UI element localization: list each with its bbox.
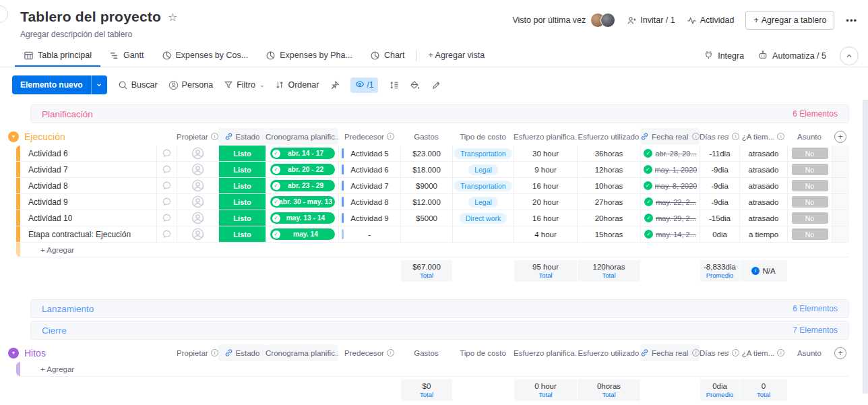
asunto-cell[interactable]: No bbox=[787, 146, 832, 161]
esfuerzo-planificado-cell[interactable]: 4 hour bbox=[514, 226, 577, 242]
vertical-scrollbar[interactable] bbox=[863, 100, 868, 394]
a-tiempo-cell[interactable]: a tiempo bbox=[739, 226, 787, 242]
gastos-cell[interactable]: $9000 bbox=[400, 178, 452, 193]
automate-button[interactable]: Automatiza / 5 bbox=[757, 50, 826, 62]
item-name-cell[interactable]: Etapa contractual: Ejecución bbox=[20, 226, 156, 242]
owner-cell[interactable] bbox=[177, 178, 218, 193]
esfuerzo-planificado-cell[interactable]: 16 hour bbox=[514, 178, 577, 193]
tipo-de-costo-cell[interactable] bbox=[452, 226, 514, 242]
item-name-cell[interactable]: Actividad 6 bbox=[20, 146, 156, 161]
view-tab-tabla-principal[interactable]: Tabla principal bbox=[15, 45, 100, 67]
pin-button[interactable] bbox=[330, 80, 340, 90]
add-column-button[interactable]: + bbox=[834, 131, 846, 143]
add-item-label[interactable]: + Agregar bbox=[20, 246, 74, 254]
column-header-prop[interactable]: Propietarioi bbox=[177, 128, 218, 145]
column-header-dias[interactable]: Días resta...i bbox=[700, 128, 739, 145]
tipo-de-costo-cell[interactable]: Transportation bbox=[452, 178, 514, 193]
view-tab-expenses-by-pha[interactable]: Expenses by Pha... bbox=[257, 45, 361, 67]
new-item-button[interactable]: Elemento nuevo bbox=[12, 75, 107, 94]
status-cell[interactable]: Listo bbox=[218, 162, 266, 177]
asunto-cell[interactable]: No bbox=[787, 210, 832, 226]
column-header-tipo[interactable]: Tipo de costo bbox=[452, 344, 514, 361]
column-header-dias[interactable]: Días resta...i bbox=[700, 344, 739, 361]
column-header-crono[interactable]: Cronograma planific... bbox=[266, 344, 338, 361]
column-header-estado[interactable]: Estado bbox=[218, 128, 266, 145]
column-header-prop[interactable]: Propietarioi bbox=[177, 344, 218, 361]
open-conversation-button[interactable] bbox=[156, 226, 177, 242]
view-tab-expenses-by-cos[interactable]: Expenses by Cos... bbox=[153, 45, 257, 67]
board-description[interactable]: Agregar descripción del tablero bbox=[20, 30, 855, 39]
asunto-cell[interactable]: No bbox=[787, 162, 832, 177]
open-conversation-button[interactable] bbox=[156, 178, 177, 193]
column-header-esfp[interactable]: Esfuerzo planifica... bbox=[514, 344, 577, 361]
column-header-pred[interactable]: Predecesori bbox=[338, 128, 400, 145]
collapse-header-button[interactable] bbox=[840, 46, 859, 65]
asunto-no-button[interactable]: No bbox=[792, 212, 828, 224]
column-header-asunto[interactable]: Asunto bbox=[787, 128, 832, 145]
add-item-row[interactable]: + Agregar bbox=[16, 362, 849, 377]
pen-button[interactable] bbox=[431, 80, 441, 90]
fecha-real-cell[interactable]: ✓may. 22, 2... bbox=[640, 194, 700, 210]
owner-cell[interactable] bbox=[177, 210, 218, 226]
group-bar-lanzamiento[interactable]: Lanzamiento 6 Elementos bbox=[30, 299, 849, 318]
viewer-avatars[interactable] bbox=[590, 13, 615, 28]
asunto-no-button[interactable]: No bbox=[792, 228, 828, 240]
integrate-button[interactable]: Integra bbox=[704, 50, 744, 62]
owner-cell[interactable] bbox=[177, 194, 218, 210]
open-conversation-button[interactable] bbox=[156, 162, 177, 177]
timeline-cell[interactable]: ✓abr. 20 - 22 bbox=[266, 162, 338, 177]
sort-button[interactable]: Ordenar bbox=[275, 80, 319, 90]
group-title[interactable]: Planificación bbox=[42, 109, 93, 119]
dias-restantes-cell[interactable]: -9dia bbox=[700, 194, 739, 210]
add-to-board-button[interactable]: + Agregar a tablero bbox=[745, 11, 834, 30]
predecessor-cell[interactable]: Actividad 9 bbox=[338, 210, 400, 226]
column-header-asunto[interactable]: Asunto bbox=[787, 344, 832, 361]
esfuerzo-utilizado-cell[interactable]: 10horas bbox=[577, 178, 640, 193]
column-header-gastos[interactable]: Gastos bbox=[400, 344, 452, 361]
esfuerzo-planificado-cell[interactable]: 16 hour bbox=[514, 210, 577, 226]
a-tiempo-cell[interactable]: atrasado bbox=[739, 162, 787, 177]
column-header-esfu[interactable]: Esfuerzo utilizado bbox=[577, 128, 640, 145]
group-collapse-icon[interactable]: ▾ bbox=[8, 348, 19, 359]
group-bar-planificacion[interactable]: Planificación 6 Elementos bbox=[30, 104, 849, 123]
fecha-real-cell[interactable]: ✓abr. 28, 20... bbox=[640, 146, 700, 161]
status-cell[interactable]: Listo bbox=[218, 178, 266, 193]
add-column-button[interactable]: + bbox=[834, 347, 846, 359]
column-header-atiempo[interactable]: ¿A tiem...i bbox=[739, 128, 787, 145]
search-button[interactable]: Buscar bbox=[118, 80, 158, 90]
predecessor-cell[interactable]: - bbox=[338, 226, 400, 242]
esfuerzo-utilizado-cell[interactable]: 27horas bbox=[577, 194, 640, 210]
invite-button[interactable]: Invitar / 1 bbox=[627, 15, 675, 26]
column-header-atiempo[interactable]: ¿A tiem...i bbox=[739, 344, 787, 361]
esfuerzo-planificado-cell[interactable]: 20 hour bbox=[514, 194, 577, 210]
asunto-cell[interactable]: No bbox=[787, 178, 832, 193]
add-item-row[interactable]: + Agregar bbox=[16, 243, 849, 257]
timeline-cell[interactable]: ✓may. 14 bbox=[266, 226, 338, 242]
column-header-gastos[interactable]: Gastos bbox=[400, 128, 452, 145]
a-tiempo-cell[interactable]: atrasado bbox=[739, 210, 787, 226]
esfuerzo-planificado-cell[interactable]: 30 hour bbox=[514, 146, 577, 161]
column-header-tipo[interactable]: Tipo de costo bbox=[452, 128, 514, 145]
column-header-estado[interactable]: Estado bbox=[218, 344, 266, 361]
tipo-de-costo-cell[interactable]: Legal bbox=[452, 162, 514, 177]
dias-restantes-cell[interactable]: -9dia bbox=[700, 162, 739, 177]
column-header-pred[interactable]: Predecesori bbox=[338, 344, 400, 361]
a-tiempo-cell[interactable]: atrasado bbox=[739, 178, 787, 193]
fecha-real-cell[interactable]: ✓may. 1, 2020 bbox=[640, 162, 700, 177]
timeline-cell[interactable]: ✓may. 13 - 14 bbox=[266, 210, 338, 226]
a-tiempo-cell[interactable]: atrasado bbox=[739, 194, 787, 210]
predecessor-cell[interactable]: Actividad 8 bbox=[338, 194, 400, 210]
item-name-cell[interactable]: Actividad 10 bbox=[20, 210, 156, 226]
a-tiempo-cell[interactable]: atrasado bbox=[739, 146, 787, 161]
column-header-fecha[interactable]: Fecha real ...i bbox=[640, 128, 700, 145]
new-item-label[interactable]: Elemento nuevo bbox=[12, 75, 91, 94]
new-item-dropdown[interactable] bbox=[91, 75, 107, 94]
group-collapse-icon[interactable]: ▾ bbox=[8, 131, 19, 142]
group-title[interactable]: Hitos bbox=[24, 348, 46, 359]
asunto-no-button[interactable]: No bbox=[792, 148, 828, 159]
view-tab-chart[interactable]: Chart bbox=[361, 45, 414, 67]
open-conversation-button[interactable] bbox=[156, 146, 177, 161]
gastos-cell[interactable]: $5000 bbox=[400, 210, 452, 226]
column-header-esfp[interactable]: Esfuerzo planifica... bbox=[514, 128, 577, 145]
group-title[interactable]: Ejecución bbox=[24, 131, 65, 142]
